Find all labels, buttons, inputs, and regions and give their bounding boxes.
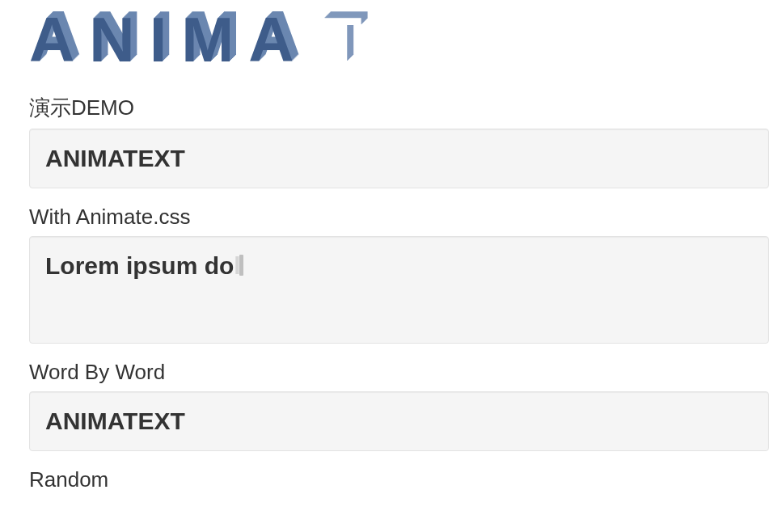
demo-text-basic: ANIMATEXT [45,145,185,171]
hero-letter-a2: A [248,8,308,71]
hero-letter-n: N [89,8,149,71]
section-label-random: Random [29,467,769,492]
demo-well-wordbyword: ANIMATEXT [29,391,769,451]
section-label-wordbyword: Word By Word [29,360,769,385]
demo-text-wordbyword: ANIMATEXT [45,407,185,434]
demo-text-animatecss: Lorem ipsum do [45,252,234,279]
demo-well-animatecss: Lorem ipsum dol [29,236,769,344]
typing-caret-icon [239,255,243,276]
hero-letter-a1: A [29,8,89,71]
section-label-animatecss: With Animate.css [29,205,769,230]
hero-letter-m: M [181,8,248,71]
hero-logo: ANIMAT [29,8,769,81]
hero-letter-i: I [150,8,182,71]
section-label-demo: 演示DEMO [29,94,769,122]
hero-letter-t-partial: T [323,8,377,71]
demo-well-basic: ANIMATEXT [29,129,769,188]
